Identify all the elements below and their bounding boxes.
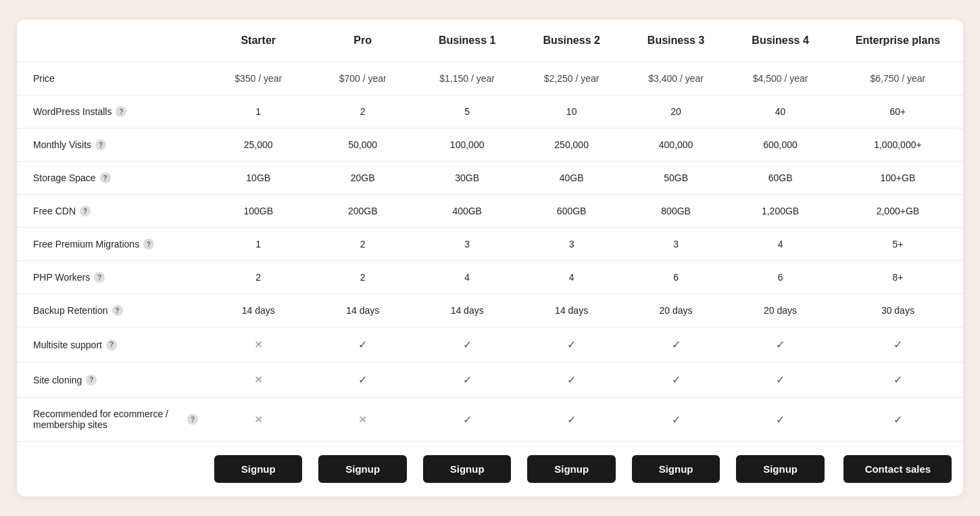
- feature-value-2-2: 30GB: [415, 162, 519, 195]
- feature-row: WordPress Installs ? 12510204060+: [17, 95, 963, 128]
- contact-sales-cell: Contact sales: [833, 442, 963, 497]
- feature-name: Site cloning: [33, 375, 82, 385]
- feature-label-7: Multisite support ?: [17, 327, 206, 362]
- help-icon[interactable]: ?: [100, 172, 111, 183]
- feature-row: PHP Workers ? 2244668+: [17, 261, 963, 294]
- feature-label-text: Free CDN ?: [33, 206, 198, 216]
- help-icon[interactable]: ?: [95, 139, 106, 150]
- feature-value-4-3: 3: [519, 228, 623, 261]
- feature-name: Monthly Visits: [33, 139, 91, 150]
- signup-cell-4: Signup: [624, 442, 728, 497]
- signup-button-2[interactable]: Signup: [423, 455, 511, 483]
- signup-cell-5: Signup: [728, 442, 832, 497]
- feature-label-text: Backup Retention ?: [33, 305, 198, 316]
- feature-value-3-0: 100GB: [206, 195, 310, 228]
- contact-sales-button[interactable]: Contact sales: [843, 455, 952, 483]
- feature-value-9-3: ✓: [519, 398, 623, 442]
- help-icon[interactable]: ?: [94, 272, 105, 283]
- feature-value-1-1: 50,000: [310, 128, 414, 162]
- check-icon: ✓: [463, 414, 472, 425]
- feature-name: Free Premium Migrations: [33, 239, 139, 250]
- header-enterprise: Enterprise plans: [833, 20, 963, 62]
- feature-label-text: Multisite support ?: [33, 339, 198, 350]
- feature-value-4-5: 4: [728, 228, 832, 261]
- feature-row: Free Premium Migrations ? 1233345+: [17, 228, 963, 261]
- feature-value-7-2: ✓: [415, 327, 519, 362]
- header-business1: Business 1: [415, 20, 519, 62]
- feature-value-3-4: 800GB: [624, 195, 728, 228]
- feature-value-9-6: ✓: [833, 398, 963, 442]
- header-pro: Pro: [310, 20, 414, 62]
- feature-value-9-4: ✓: [624, 398, 728, 442]
- feature-value-5-0: 2: [206, 261, 310, 294]
- pricing-table: Starter Pro Business 1 Business 2 Busine…: [17, 20, 963, 496]
- signup-button-3[interactable]: Signup: [527, 455, 615, 483]
- feature-row: Recommended for ecommerce / membership s…: [17, 398, 963, 442]
- feature-value-1-5: 600,000: [728, 128, 832, 162]
- help-icon[interactable]: ?: [86, 375, 97, 385]
- feature-value-7-5: ✓: [728, 327, 832, 362]
- feature-value-5-6: 8+: [833, 261, 963, 294]
- feature-value-4-4: 3: [624, 228, 728, 261]
- feature-name: Multisite support: [33, 339, 102, 350]
- feature-value-5-5: 6: [728, 261, 832, 294]
- cross-icon: ✕: [254, 374, 263, 385]
- help-icon[interactable]: ?: [187, 414, 198, 425]
- check-icon: ✓: [893, 339, 902, 350]
- help-icon[interactable]: ?: [116, 106, 126, 117]
- check-icon: ✓: [776, 374, 785, 385]
- signup-cell-2: Signup: [415, 442, 519, 497]
- feature-value-1-2: 100,000: [415, 128, 519, 162]
- feature-value-3-3: 600GB: [519, 195, 623, 228]
- feature-value-7-6: ✓: [833, 327, 963, 362]
- signup-button-4[interactable]: Signup: [632, 455, 720, 483]
- signup-cell-3: Signup: [519, 442, 623, 497]
- price-value-3: $2,250 / year: [519, 62, 623, 95]
- feature-value-4-6: 5+: [833, 228, 963, 261]
- feature-value-9-0: ✕: [206, 398, 310, 442]
- feature-value-3-2: 400GB: [415, 195, 519, 228]
- signup-button-1[interactable]: Signup: [318, 455, 406, 483]
- feature-value-9-1: ✕: [310, 398, 414, 442]
- feature-label-2: Storage Space ?: [17, 162, 206, 195]
- feature-value-8-1: ✓: [310, 362, 414, 398]
- feature-value-8-6: ✓: [833, 362, 963, 398]
- feature-label-3: Free CDN ?: [17, 195, 206, 228]
- signup-cell-0: Signup: [206, 442, 310, 497]
- check-icon: ✓: [358, 339, 367, 350]
- feature-value-0-2: 5: [415, 95, 519, 128]
- help-icon[interactable]: ?: [80, 206, 91, 216]
- feature-row: Storage Space ? 10GB20GB30GB40GB50GB60GB…: [17, 162, 963, 195]
- feature-value-6-2: 14 days: [415, 294, 519, 327]
- check-icon: ✓: [463, 339, 472, 350]
- check-icon: ✓: [567, 339, 576, 350]
- feature-name: Free CDN: [33, 206, 76, 216]
- feature-value-2-6: 100+GB: [833, 162, 963, 195]
- signup-button-0[interactable]: Signup: [214, 455, 302, 483]
- price-value-4: $3,400 / year: [624, 62, 728, 95]
- feature-value-8-0: ✕: [206, 362, 310, 398]
- check-icon: ✓: [893, 414, 902, 425]
- feature-label-8: Site cloning ?: [17, 362, 206, 398]
- help-icon[interactable]: ?: [106, 339, 117, 350]
- cross-icon: ✕: [254, 414, 263, 425]
- feature-value-2-1: 20GB: [310, 162, 414, 195]
- feature-value-8-3: ✓: [519, 362, 623, 398]
- feature-label-1: Monthly Visits ?: [17, 128, 206, 162]
- check-icon: ✓: [776, 339, 785, 350]
- help-icon[interactable]: ?: [143, 239, 154, 250]
- check-icon: ✓: [567, 414, 576, 425]
- feature-row: Backup Retention ? 14 days14 days14 days…: [17, 294, 963, 327]
- check-icon: ✓: [358, 374, 367, 385]
- feature-value-0-6: 60+: [833, 95, 963, 128]
- feature-value-5-3: 4: [519, 261, 623, 294]
- feature-value-7-0: ✕: [206, 327, 310, 362]
- help-icon[interactable]: ?: [112, 305, 123, 316]
- feature-label-text: WordPress Installs ?: [33, 106, 198, 117]
- feature-value-1-6: 1,000,000+: [833, 128, 963, 162]
- feature-label-4: Free Premium Migrations ?: [17, 228, 206, 261]
- signup-button-5[interactable]: Signup: [736, 455, 824, 483]
- feature-value-7-4: ✓: [624, 327, 728, 362]
- signup-cell-1: Signup: [310, 442, 414, 497]
- feature-label-5: PHP Workers ?: [17, 261, 206, 294]
